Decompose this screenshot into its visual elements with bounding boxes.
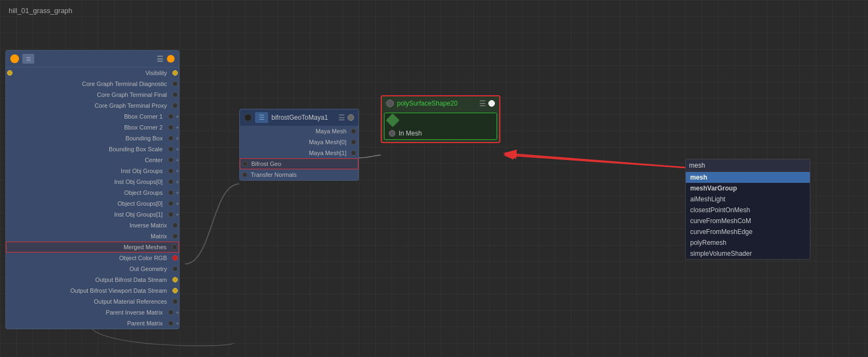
bifrost-node: ☰ bifrostGeoToMaya1 ☰ Maya Mesh Maya Mes… <box>239 109 359 181</box>
left-node-panel: ☰ ☰ Visibility Core Graph Terminal Diagn… <box>5 50 179 329</box>
left-node-orange-circle-right <box>167 55 175 63</box>
label-inst-obj-groups-0: Inst Obj Groups[0] <box>6 178 168 185</box>
bifrost-gray-dot <box>348 114 354 121</box>
label-cgt-proxy: Core Graph Terminal Proxy <box>6 102 172 109</box>
node-row-cgt-diagnostic: Core Graph Terminal Diagnostic <box>6 78 179 89</box>
plus-bbox-scale: + <box>176 146 179 152</box>
dot-cgt-proxy <box>172 103 178 108</box>
graph-title: hill_01_grass_graph <box>9 7 72 15</box>
label-output-material-refs: Output Material References <box>6 298 172 305</box>
label-visibility: Visibility <box>13 70 172 76</box>
plus-inst-obj-groups: + <box>176 168 179 174</box>
dot-transfer-normals <box>242 172 247 177</box>
left-node-menu-icon[interactable]: ☰ <box>157 54 164 63</box>
poly-gem-icon <box>386 113 399 127</box>
poly-node-title: polySurfaceShape20 <box>397 100 457 107</box>
dot-parent-matrix <box>168 321 173 326</box>
node-row-matrix: Matrix <box>6 231 179 242</box>
label-parent-inverse-matrix: Parent Inverse Matrix <box>6 309 168 316</box>
dot-cgt-diagnostic <box>172 81 178 87</box>
dot-object-color-rgb <box>172 255 178 261</box>
node-row-output-material-refs: Output Material References <box>6 296 179 307</box>
dot-output-bifrost-data-stream <box>172 277 178 282</box>
dot-visibility-left <box>7 70 13 76</box>
label-transfer-normals: Transfer Normals <box>247 171 356 178</box>
search-item-curvefrommeshcom[interactable]: curveFromMeshCoM <box>686 216 810 226</box>
bifrost-row-transfer-normals: Transfer Normals <box>240 169 358 180</box>
dot-cgt-final <box>172 92 178 97</box>
bifrost-row-maya-mesh: Maya Mesh <box>240 126 358 137</box>
search-item-mesh[interactable]: mesh <box>686 172 810 183</box>
label-in-mesh: In Mesh <box>399 130 492 137</box>
node-row-inst-obj-groups-0: Inst Obj Groups[0] + <box>6 176 179 187</box>
search-item-aimeshlight[interactable]: aiMeshLight <box>686 194 810 205</box>
dot-inst-obj-groups-0 <box>168 179 173 184</box>
label-maya-mesh-0: Maya Mesh[0] <box>242 139 351 145</box>
dot-maya-mesh-0 <box>351 139 356 145</box>
bifrost-dark-dot <box>244 114 252 121</box>
dot-merged-meshes <box>172 244 177 250</box>
bifrost-node-title: bifrostGeoToMaya1 <box>271 114 328 121</box>
poly-header-left: polySurfaceShape20 <box>386 100 457 107</box>
search-item-closestpointonmesh[interactable]: closestPointOnMesh <box>686 205 810 216</box>
search-input-row[interactable] <box>686 159 810 172</box>
search-item-simplevolumeshader[interactable]: simpleVolumeShader <box>686 248 810 259</box>
dot-inverse-matrix <box>172 223 178 228</box>
dot-inst-obj-groups <box>168 168 173 174</box>
poly-menu-icon[interactable]: ☰ <box>479 99 486 108</box>
node-row-center: Center + <box>6 155 179 165</box>
node-row-object-groups: Object Groups + <box>6 187 179 198</box>
dot-bbox-scale <box>168 146 173 152</box>
node-row-cgt-proxy: Core Graph Terminal Proxy <box>6 100 179 111</box>
bifrost-menu-icon[interactable]: ☰ <box>338 113 345 122</box>
bifrost-row-maya-mesh-1: Maya Mesh[1] <box>240 147 358 158</box>
node-row-parent-matrix: Parent Matrix + <box>6 318 179 329</box>
plus-bounding-box: + <box>176 136 179 141</box>
node-row-bbox1: Bbox Corner 1 + <box>6 111 179 122</box>
label-inst-obj-groups-1: Inst Obj Groups[1] <box>6 211 168 218</box>
label-bifrost-geo: Bifrost Geo <box>248 161 356 167</box>
search-item-polyremesh[interactable]: polyRemesh <box>686 237 810 248</box>
left-node-icon-box: ☰ <box>22 54 34 64</box>
label-center: Center <box>6 157 168 163</box>
search-input[interactable] <box>689 162 807 169</box>
node-row-inst-obj-groups: Inst Obj Groups + <box>6 165 179 176</box>
poly-dark-dot <box>386 100 394 107</box>
dot-center <box>168 157 173 163</box>
dot-parent-inverse-matrix <box>168 310 173 315</box>
plus-object-groups: + <box>176 190 179 196</box>
label-inverse-matrix: Inverse Matrix <box>6 222 172 229</box>
dot-maya-mesh <box>351 128 356 134</box>
label-out-geometry: Out Geometry <box>6 266 172 272</box>
search-dropdown: mesh meshVarGroup aiMeshLight closestPoi… <box>685 159 810 260</box>
poly-node-header: polySurfaceShape20 ☰ <box>382 96 499 110</box>
dot-object-groups <box>168 190 173 195</box>
dot-output-bifrost-viewport <box>172 288 178 293</box>
node-row-object-groups-0: Object Groups[0] + <box>6 198 179 209</box>
plus-inst-obj-groups-1: + <box>176 212 179 218</box>
label-matrix: Matrix <box>6 233 172 239</box>
dot-object-groups-0 <box>168 201 173 206</box>
bifrost-header-left: ☰ bifrostGeoToMaya1 <box>244 112 328 123</box>
poly-node: polySurfaceShape20 ☰ In Mesh <box>381 95 500 143</box>
dot-visibility-right <box>172 70 178 76</box>
node-row-bbox2: Bbox Corner 2 + <box>6 122 179 133</box>
bifrost-header-right: ☰ <box>338 113 354 122</box>
dot-maya-mesh-1 <box>351 150 356 156</box>
dot-bbox2 <box>168 125 173 130</box>
label-maya-mesh-1: Maya Mesh[1] <box>242 150 351 156</box>
poly-in-mesh-dot <box>389 130 395 137</box>
left-node-rows: Visibility Core Graph Terminal Diagnosti… <box>6 67 179 329</box>
search-item-meshvargroup[interactable]: meshVarGroup <box>686 183 810 194</box>
bifrost-node-header: ☰ bifrostGeoToMaya1 ☰ <box>240 109 358 126</box>
node-row-inverse-matrix: Inverse Matrix <box>6 220 179 231</box>
plus-center: + <box>176 157 179 163</box>
plus-bbox2: + <box>176 125 179 131</box>
plus-object-groups-0: + <box>176 201 179 207</box>
plus-parent-inverse-matrix: + <box>176 310 179 316</box>
label-bbox2: Bbox Corner 2 <box>6 124 168 131</box>
poly-inner-box: In Mesh <box>384 113 497 140</box>
label-output-bifrost-viewport: Output Bifrost Viewport Data Stream <box>6 287 172 294</box>
search-item-curvefrommeshedge[interactable]: curveFromMeshEdge <box>686 226 810 237</box>
dot-inst-obj-groups-1 <box>168 212 173 217</box>
